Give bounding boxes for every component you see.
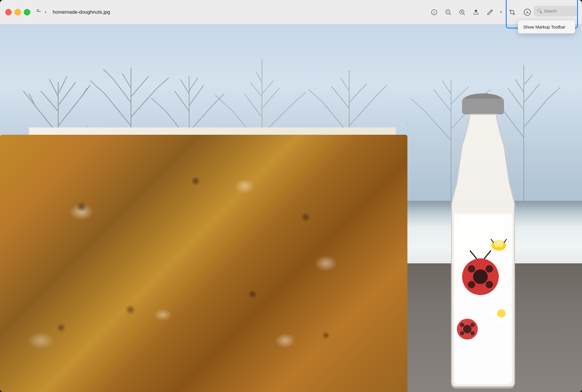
svg-line-31 [157, 78, 169, 88]
svg-point-90 [486, 281, 493, 288]
svg-point-93 [497, 309, 506, 318]
svg-line-45 [244, 94, 262, 117]
preview-window: ▾ homemade-doughnuts.jpg [0, 0, 582, 392]
svg-line-32 [103, 69, 113, 79]
svg-line-16 [41, 91, 58, 111]
doughnut-holes [0, 135, 407, 392]
svg-point-88 [486, 265, 493, 272]
photo-scene [0, 24, 582, 392]
svg-line-54 [349, 97, 375, 126]
dropdown-menu: Show Markup Toolbar [518, 20, 575, 33]
zoom-out-icon [445, 9, 451, 15]
svg-line-17 [58, 82, 76, 105]
svg-line-18 [49, 79, 58, 97]
crop-icon [509, 9, 515, 15]
maximize-button[interactable] [24, 9, 30, 15]
svg-line-25 [105, 94, 131, 126]
search-area: A 🔍 Show Markup Toolbar [521, 6, 577, 19]
svg-point-86 [473, 269, 488, 284]
crop-button[interactable] [506, 6, 519, 19]
annotate-chevron-button[interactable]: ▾ [498, 6, 505, 19]
svg-line-47 [250, 82, 262, 97]
info-button[interactable] [428, 6, 441, 19]
show-markup-toolbar-item[interactable]: Show Markup Toolbar [518, 22, 575, 32]
svg-line-56 [349, 84, 367, 102]
zoom-in-button[interactable] [456, 6, 469, 19]
close-button[interactable] [5, 9, 12, 15]
svg-line-39 [189, 78, 198, 91]
svg-point-100 [460, 323, 464, 327]
svg-line-48 [262, 81, 274, 94]
svg-point-103 [471, 331, 475, 335]
svg-line-40 [151, 98, 166, 111]
svg-line-29 [122, 73, 131, 88]
svg-line-9 [463, 13, 465, 15]
svg-line-55 [332, 86, 349, 108]
svg-line-27 [113, 79, 131, 102]
svg-line-19 [58, 76, 67, 94]
svg-point-101 [471, 323, 475, 327]
search-icon: 🔍 [537, 9, 542, 13]
image-area [0, 24, 582, 392]
share-icon [473, 9, 479, 15]
svg-line-51 [291, 92, 306, 105]
file-title: homemade-doughnuts.jpg [53, 9, 110, 15]
svg-point-94 [498, 303, 505, 309]
sidebar-toggle-button[interactable]: ▾ [34, 8, 49, 17]
svg-line-49 [256, 72, 262, 82]
svg-point-102 [460, 331, 464, 335]
minimize-button[interactable] [15, 9, 21, 15]
svg-line-59 [375, 85, 387, 97]
zoom-out-button[interactable] [442, 6, 455, 19]
svg-point-87 [468, 265, 475, 272]
sidebar-icon [37, 10, 43, 15]
svg-line-23 [81, 88, 87, 97]
chevron-down-icon: ▾ [500, 10, 502, 14]
share-button[interactable] [470, 6, 482, 19]
annotate-button[interactable] [484, 6, 496, 19]
svg-line-38 [180, 79, 189, 94]
milk-bottle [425, 78, 541, 392]
chevron-down-icon: ▾ [45, 10, 46, 14]
svg-text:A: A [526, 10, 529, 15]
info-icon [431, 9, 437, 15]
svg-line-41 [212, 94, 224, 105]
svg-point-96 [491, 310, 497, 317]
svg-line-28 [131, 76, 148, 97]
pen-icon [487, 9, 493, 15]
titlebar: ▾ homemade-doughnuts.jpg [0, 0, 582, 24]
svg-rect-84 [462, 99, 504, 114]
markup-icon: A [524, 8, 531, 16]
svg-line-57 [340, 78, 349, 91]
svg-line-50 [215, 95, 233, 111]
traffic-lights [5, 9, 30, 15]
markup-button[interactable]: A [521, 6, 534, 19]
svg-line-36 [175, 91, 189, 111]
svg-point-79 [218, 110, 219, 112]
svg-line-30 [90, 81, 105, 94]
svg-point-99 [463, 325, 472, 334]
milk-bottle-area [402, 61, 565, 392]
svg-point-89 [468, 281, 475, 288]
svg-point-95 [498, 317, 505, 324]
toolbar-actions: ▾ A [428, 6, 577, 19]
svg-point-77 [87, 124, 88, 127]
svg-line-5 [449, 13, 451, 15]
svg-line-58 [308, 89, 323, 102]
svg-point-108 [498, 239, 503, 247]
svg-line-20 [23, 91, 35, 105]
search-input[interactable] [544, 9, 573, 13]
search-input-wrapper: 🔍 [534, 6, 577, 16]
zoom-in-icon [459, 9, 465, 15]
svg-point-97 [505, 310, 512, 317]
doughnut-area [0, 135, 407, 392]
